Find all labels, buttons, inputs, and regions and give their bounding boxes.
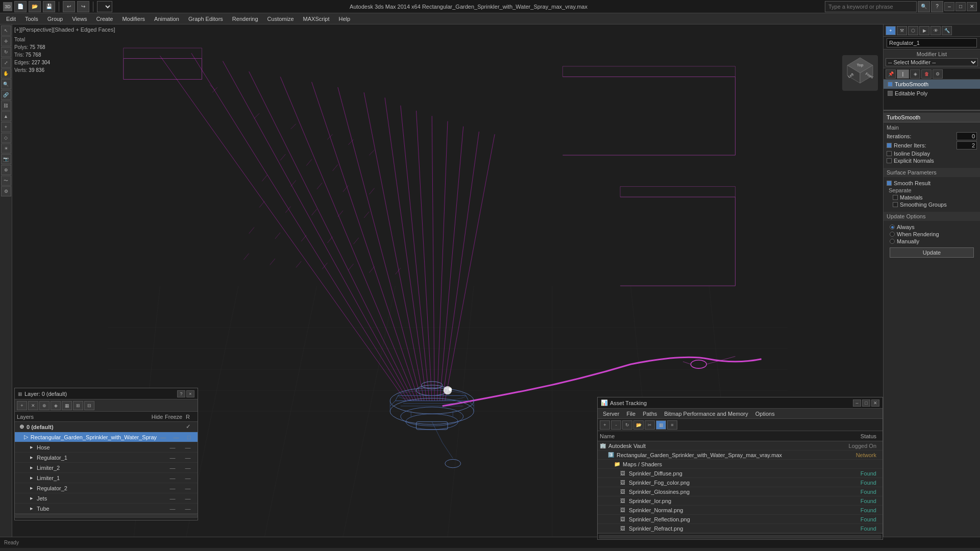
rp-display-icon[interactable]: 👁 <box>930 26 941 35</box>
asset-item-file1[interactable]: 3️⃣ Rectangular_Garden_Sprinkler_with_Wa… <box>598 450 883 460</box>
shapes-tool[interactable]: ◇ <box>1 133 11 143</box>
ts-explicit-checkbox[interactable] <box>887 158 892 163</box>
menu-maxscript[interactable]: MAXScript <box>299 13 334 24</box>
asset-close-btn[interactable]: ✕ <box>871 399 879 407</box>
menu-views[interactable]: Views <box>68 13 91 24</box>
scale-tool[interactable]: ⤢ <box>1 58 11 68</box>
menu-graph-editors[interactable]: Graph Editors <box>184 13 227 24</box>
ts-manually-radio[interactable] <box>890 239 895 244</box>
systems-tool[interactable]: ⚙ <box>1 186 11 196</box>
menu-help[interactable]: Help <box>335 13 355 24</box>
cameras-tool[interactable]: 📷 <box>1 154 11 164</box>
asset-item-normal[interactable]: 🖼 Sprinkler_Normal.png Found <box>598 506 883 515</box>
menu-create[interactable]: Create <box>92 13 117 24</box>
ts-smooth-result-checkbox[interactable] <box>887 181 892 186</box>
asset-menu-file[interactable]: File <box>623 410 639 417</box>
remove-modifier-icon[interactable]: 🗑 <box>921 69 932 79</box>
link-tool[interactable]: 🔗 <box>1 90 11 100</box>
ts-materials-checkbox[interactable] <box>893 195 898 200</box>
pin-stack-icon[interactable]: 📌 <box>886 69 896 79</box>
modifier-item-editable-poly[interactable]: Editable Poly <box>884 89 980 98</box>
undo-btn[interactable]: ↩ <box>63 1 75 12</box>
maximize-btn[interactable]: □ <box>955 2 966 11</box>
asset-menu-bitmap[interactable]: Bitmap Performance and Memory <box>661 410 751 417</box>
asset-menu-server[interactable]: Server <box>600 410 622 417</box>
asset-item-ior[interactable]: 🖼 Sprinkler_Ior.png Found <box>598 496 883 506</box>
turbosmooth-checkbox[interactable] <box>888 82 893 87</box>
bind-tool[interactable]: ⛓ <box>1 101 11 111</box>
select-tool[interactable]: ↖ <box>1 26 11 36</box>
layers-delete-btn[interactable]: ✕ <box>28 401 38 410</box>
rp-hierarchy-icon[interactable]: ⬡ <box>908 26 918 35</box>
asset-menu-options[interactable]: Options <box>752 410 778 417</box>
asset-strip-btn[interactable]: ✂ <box>645 420 655 430</box>
ts-render-iters-input[interactable] <box>957 141 977 149</box>
asset-item-maps[interactable]: 📁 Maps / Shaders <box>598 460 883 469</box>
layers-new-btn[interactable]: + <box>17 401 27 410</box>
ts-smoothing-groups-checkbox[interactable] <box>893 202 898 207</box>
asset-item-reflection[interactable]: 🖼 Sprinkler_Reflection.png Found <box>598 515 883 524</box>
layer-item-limiter2[interactable]: ▸ Limiter_2 — — <box>15 463 198 473</box>
menu-rendering[interactable]: Rendering <box>228 13 262 24</box>
layers-expand-all-btn[interactable]: ⊞ <box>73 401 83 410</box>
layer-item-tube[interactable]: ▸ Tube — — <box>15 504 198 514</box>
redo-btn[interactable]: ↪ <box>77 1 89 12</box>
menu-modifiers[interactable]: Modifiers <box>118 13 149 24</box>
asset-item-glossines[interactable]: 🖼 Sprinkler_Glossines.png Found <box>598 487 883 496</box>
asset-restore-btn[interactable]: □ <box>862 399 870 407</box>
layer-item-rect[interactable]: ▷ Rectangular_Garden_Sprinkler_with_Wate… <box>15 432 198 442</box>
asset-scroll-track[interactable] <box>599 535 881 539</box>
rp-motion-icon[interactable]: ▶ <box>919 26 929 35</box>
new-btn[interactable]: 📄 <box>14 1 27 12</box>
move-tool[interactable]: ✛ <box>1 36 11 46</box>
rp-utilities-icon[interactable]: 🔧 <box>942 26 952 35</box>
layers-help-btn[interactable]: ? <box>177 390 185 397</box>
layers-select-highlight-btn[interactable]: ◈ <box>51 401 61 410</box>
asset-remove-btn[interactable]: - <box>611 420 621 430</box>
rotate-tool[interactable]: ↻ <box>1 47 11 57</box>
asset-view-btn[interactable]: ▦ <box>656 420 666 430</box>
search-input[interactable] <box>825 1 917 12</box>
spacewarps-tool[interactable]: 〜 <box>1 176 11 186</box>
modifier-list-select[interactable]: -- Select Modifier -- <box>886 58 978 66</box>
layers-select-objects-btn[interactable]: ▦ <box>62 401 72 410</box>
layer-item-jets[interactable]: ▸ Jets — — <box>15 493 198 504</box>
layer-item-limiter1[interactable]: ▸ Limiter_1 — — <box>15 473 198 483</box>
layer-item-regulator2[interactable]: ▸ Regulator_2 — — <box>15 483 198 493</box>
asset-menu-paths[interactable]: Paths <box>640 410 660 417</box>
object-name-input[interactable]: Regulator_1 <box>887 38 977 47</box>
editable-poly-checkbox[interactable] <box>888 91 893 96</box>
rp-create-icon[interactable]: + <box>886 26 896 35</box>
layer-item-hose[interactable]: ▸ Hose — — <box>15 442 198 453</box>
minimize-btn[interactable]: – <box>944 2 954 11</box>
workspace-select[interactable]: Workspace: Default <box>97 1 112 12</box>
search-btn[interactable]: 🔍 <box>918 1 930 12</box>
modifier-stack-active[interactable]: | <box>897 69 909 79</box>
menu-group[interactable]: Group <box>43 13 67 24</box>
hierarchy-tool[interactable]: ▲ <box>1 111 11 121</box>
menu-customize[interactable]: Customize <box>263 13 298 24</box>
close-btn[interactable]: ✕ <box>967 2 977 11</box>
layers-collapse-all-btn[interactable]: ⊟ <box>84 401 94 410</box>
asset-list-btn[interactable]: ≡ <box>667 420 677 430</box>
asset-item-diffuse[interactable]: 🖼 Sprinkler_Diffuse.png Found <box>598 469 883 478</box>
pan-tool[interactable]: ✋ <box>1 68 11 79</box>
configure-modifiers-icon[interactable]: ⚙ <box>933 69 943 79</box>
save-btn[interactable]: 💾 <box>43 1 55 12</box>
create-tool[interactable]: + <box>1 122 11 132</box>
lights-tool[interactable]: ☀ <box>1 143 11 154</box>
make-unique-icon[interactable]: ◈ <box>910 69 920 79</box>
ts-render-iters-checkbox[interactable] <box>887 143 892 148</box>
help-btn[interactable]: ? <box>931 1 943 12</box>
ts-always-radio[interactable] <box>890 224 895 230</box>
asset-item-fog[interactable]: 🖼 Sprinkler_Fog_color.png Found <box>598 478 883 487</box>
menu-edit[interactable]: Edit <box>2 13 20 24</box>
layers-close-btn[interactable]: × <box>186 390 194 397</box>
menu-animation[interactable]: Animation <box>150 13 183 24</box>
asset-item-refract[interactable]: 🖼 Sprinkler_Refract.png Found <box>598 524 883 533</box>
rp-modify-icon[interactable]: ⚒ <box>897 26 907 35</box>
menu-tools[interactable]: Tools <box>21 13 42 24</box>
asset-minimize-btn[interactable]: – <box>853 399 861 407</box>
layer-item-regulator1[interactable]: ▸ Regulator_1 — — <box>15 453 198 463</box>
layer-item-default[interactable]: ⊕ 0 (default) ✓ <box>15 422 198 432</box>
